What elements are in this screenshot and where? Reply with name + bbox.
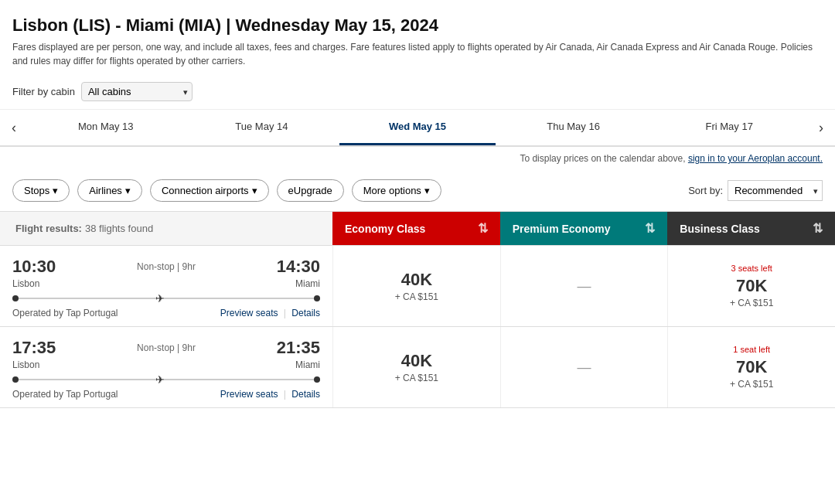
- business-class-col-header[interactable]: Business Class ⇅: [667, 212, 835, 245]
- business-cash-0: + CA $151: [730, 298, 773, 308]
- flight-info-0: 10:30 Non-stop | 9hr 14:30 Lisbon Miami …: [0, 246, 332, 326]
- dep-time-0: 10:30: [12, 257, 56, 277]
- table-row: 17:35 Non-stop | 9hr 21:35 Lisbon Miami …: [0, 327, 835, 408]
- economy-class-label: Economy Class: [345, 223, 425, 235]
- dep-city-1: Lisbon: [12, 359, 39, 370]
- business-seats-left-0: 3 seats left: [674, 264, 829, 273]
- progress-dot-left-1: [12, 376, 19, 383]
- stop-info-0: Non-stop | 9hr: [137, 261, 196, 272]
- calendar-next-arrow[interactable]: ›: [807, 110, 835, 145]
- arr-city-1: Miami: [295, 359, 320, 370]
- business-sort-icon: ⇅: [813, 221, 823, 236]
- progress-dot-right-0: [314, 295, 320, 301]
- eupgrade-btn[interactable]: eUpgrade: [277, 179, 344, 202]
- table-row: 10:30 Non-stop | 9hr 14:30 Lisbon Miami …: [0, 246, 835, 327]
- arr-city-0: Miami: [295, 278, 320, 289]
- more-options-chevron-icon: ▾: [424, 185, 430, 196]
- economy-class-col-header[interactable]: Economy Class ⇅: [332, 212, 500, 245]
- aeroplan-signin-link[interactable]: sign in to your Aeroplan account.: [688, 153, 823, 164]
- sort-by-label: Sort by:: [688, 185, 723, 196]
- disclaimer-text: Fares displayed are per person, one way,…: [12, 40, 823, 68]
- calendar-prev-arrow[interactable]: ‹: [0, 110, 28, 145]
- calendar-day-3[interactable]: Thu May 16: [496, 110, 652, 145]
- pipe-1: |: [284, 389, 286, 400]
- calendar-day-1[interactable]: Tue May 14: [184, 110, 340, 145]
- economy-points-0: 40K: [401, 270, 432, 290]
- premium-economy-label: Premium Economy: [513, 223, 611, 235]
- filters-row: Stops ▾ Airlines ▾ Connection airports ▾…: [0, 170, 835, 211]
- economy-cash-0: + CA $151: [395, 291, 438, 302]
- details-link-1[interactable]: Details: [291, 389, 320, 400]
- premium-price-cell-0[interactable]: —: [500, 246, 668, 326]
- progress-dot-right-1: [314, 376, 320, 383]
- business-price-cell-1[interactable]: 1 seat left 70K + CA $151: [667, 327, 835, 407]
- flight-links-1: Preview seats | Details: [220, 389, 320, 400]
- flight-footer-0: Operated by Tap Portugal Preview seats |…: [12, 308, 320, 318]
- flight-route-1: Lisbon Miami: [12, 359, 320, 370]
- flight-times-1: 17:35 Non-stop | 9hr 21:35: [12, 338, 320, 358]
- calendar-day-2[interactable]: Wed May 15: [339, 110, 496, 145]
- preview-seats-link-0[interactable]: Preview seats: [220, 308, 278, 318]
- operator-1: Operated by Tap Portugal: [12, 389, 118, 400]
- flight-footer-1: Operated by Tap Portugal Preview seats |…: [12, 389, 320, 400]
- progress-dot-left-0: [12, 295, 19, 301]
- premium-price-cell-1[interactable]: —: [500, 327, 668, 407]
- premium-economy-col-header[interactable]: Premium Economy ⇅: [500, 212, 668, 245]
- filter-bar: Filter by cabin All cabins Economy Premi…: [0, 74, 835, 110]
- operator-0: Operated by Tap Portugal: [12, 308, 118, 318]
- premium-dash-1: —: [578, 359, 591, 376]
- arr-time-1: 21:35: [277, 338, 320, 358]
- calendar-nav: ‹ Mon May 13 Tue May 14 Wed May 15 Thu M…: [0, 110, 835, 147]
- business-seats-left-1: 1 seat left: [674, 345, 829, 354]
- business-points-0: 70K: [736, 276, 767, 296]
- results-label: Flight results:38 flights found: [0, 212, 332, 245]
- plane-icon-1: ✈: [155, 373, 165, 386]
- premium-dash-0: —: [578, 278, 591, 295]
- cabin-filter-select[interactable]: All cabins Economy Premium Economy Busin…: [81, 82, 193, 101]
- airlines-filter-btn[interactable]: Airlines ▾: [77, 179, 142, 202]
- progress-bar-1: ✈: [12, 376, 320, 383]
- business-price-cell-0[interactable]: 3 seats left 70K + CA $151: [667, 246, 835, 326]
- connection-chevron-icon: ▾: [252, 185, 257, 196]
- pipe-0: |: [284, 308, 286, 318]
- dep-time-1: 17:35: [12, 338, 56, 358]
- more-options-btn[interactable]: More options ▾: [352, 179, 441, 202]
- business-points-1: 70K: [736, 357, 767, 377]
- stops-filter-btn[interactable]: Stops ▾: [12, 179, 70, 202]
- plane-icon-0: ✈: [155, 292, 165, 305]
- progress-bar-0: ✈: [12, 295, 320, 301]
- economy-sort-icon: ⇅: [478, 221, 488, 236]
- airlines-chevron-icon: ▾: [125, 185, 131, 196]
- flight-rows-container: 10:30 Non-stop | 9hr 14:30 Lisbon Miami …: [0, 246, 835, 408]
- results-header: Flight results:38 flights found Economy …: [0, 211, 835, 246]
- stops-chevron-icon: ▾: [53, 185, 58, 196]
- calendar-day-0[interactable]: Mon May 13: [28, 110, 184, 145]
- sort-select[interactable]: Recommended Price Duration: [728, 180, 823, 201]
- progress-line-0: [12, 298, 320, 299]
- cabin-filter-select-wrap[interactable]: All cabins Economy Premium Economy Busin…: [81, 82, 193, 101]
- connection-airports-filter-btn[interactable]: Connection airports ▾: [150, 179, 269, 202]
- arr-time-0: 14:30: [277, 257, 320, 277]
- details-link-0[interactable]: Details: [291, 308, 320, 318]
- economy-price-cell-0[interactable]: 40K + CA $151: [332, 246, 500, 326]
- stop-info-1: Non-stop | 9hr: [137, 342, 196, 353]
- preview-seats-link-1[interactable]: Preview seats: [220, 389, 278, 400]
- filter-by-cabin-label: Filter by cabin: [12, 86, 75, 97]
- flight-results-label: Flight results:38 flights found: [15, 223, 153, 234]
- page-title: Lisbon (LIS) - Miami (MIA) | Wednesday M…: [12, 15, 823, 36]
- aeroplan-notice: To display prices on the calendar above,…: [0, 147, 835, 170]
- economy-price-cell-1[interactable]: 40K + CA $151: [332, 327, 500, 407]
- dep-city-0: Lisbon: [12, 278, 39, 289]
- sort-wrap: Sort by: Recommended Price Duration: [688, 180, 823, 201]
- calendar-day-4[interactable]: Fri May 17: [651, 110, 807, 145]
- economy-cash-1: + CA $151: [395, 373, 438, 383]
- page-header: Lisbon (LIS) - Miami (MIA) | Wednesday M…: [0, 0, 835, 74]
- aeroplan-notice-prefix: To display prices on the calendar above,: [520, 153, 685, 164]
- flight-info-1: 17:35 Non-stop | 9hr 21:35 Lisbon Miami …: [0, 327, 332, 407]
- flight-times-0: 10:30 Non-stop | 9hr 14:30: [12, 257, 320, 277]
- flight-route-0: Lisbon Miami: [12, 278, 320, 289]
- progress-line-1: [12, 379, 320, 380]
- economy-points-1: 40K: [401, 351, 432, 371]
- business-class-label: Business Class: [680, 223, 760, 235]
- premium-sort-icon: ⇅: [645, 221, 655, 236]
